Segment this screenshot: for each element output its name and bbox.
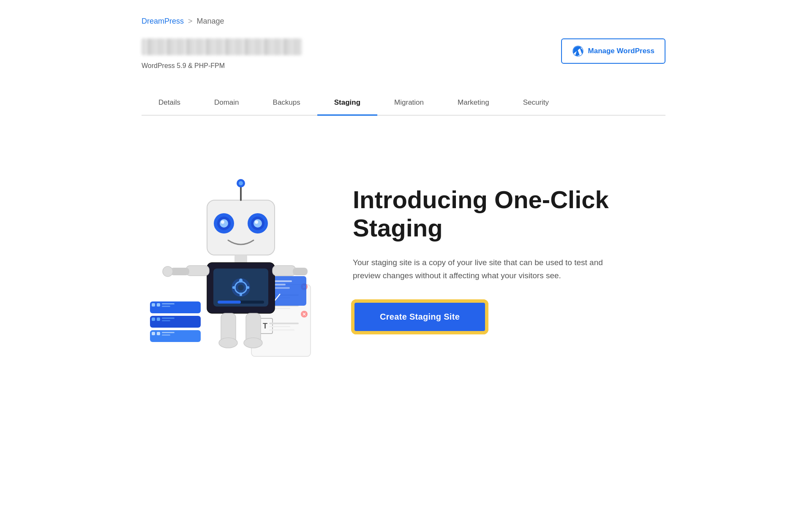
svg-rect-9: [157, 318, 160, 321]
svg-rect-5: [162, 303, 174, 304]
header-section: WordPress 5.9 & PHP-FPM Manage WordPress: [142, 38, 665, 70]
svg-rect-8: [152, 318, 155, 321]
tab-domain[interactable]: Domain: [197, 91, 256, 116]
site-info: WordPress 5.9 & PHP-FPM: [142, 38, 302, 70]
svg-point-67: [163, 266, 173, 277]
tab-backups[interactable]: Backups: [256, 91, 317, 116]
svg-rect-51: [234, 255, 247, 263]
svg-rect-10: [162, 318, 174, 319]
site-domain-blurred: [142, 38, 302, 55]
svg-rect-15: [162, 332, 174, 333]
svg-rect-65: [186, 266, 209, 276]
staging-content: Introducing One-Click Staging Your stagi…: [353, 186, 615, 332]
svg-text:T: T: [263, 322, 267, 330]
manage-wordpress-label: Manage WordPress: [588, 47, 654, 55]
svg-rect-57: [240, 293, 242, 296]
tab-migration[interactable]: Migration: [377, 91, 441, 116]
svg-rect-26: [269, 323, 299, 324]
breadcrumb: DreamPress > Manage: [142, 17, 665, 26]
svg-rect-68: [273, 266, 296, 276]
svg-rect-58: [232, 286, 236, 289]
svg-rect-11: [162, 320, 170, 321]
tab-security[interactable]: Security: [506, 91, 566, 116]
site-tech-label: WordPress 5.9 & PHP-FPM: [142, 62, 302, 70]
svg-point-62: [238, 285, 244, 290]
manage-wordpress-button[interactable]: Manage WordPress: [561, 38, 665, 64]
tab-details[interactable]: Details: [142, 91, 197, 116]
svg-point-44: [220, 219, 228, 228]
robot-illustration: T: [142, 158, 319, 361]
breadcrumb-dreampress-link[interactable]: DreamPress: [142, 17, 184, 26]
svg-point-47: [255, 220, 258, 224]
staging-title: Introducing One-Click Staging: [353, 186, 615, 242]
breadcrumb-manage: Manage: [197, 17, 224, 26]
tab-marketing[interactable]: Marketing: [441, 91, 506, 116]
svg-rect-14: [157, 332, 160, 335]
svg-rect-69: [293, 268, 308, 275]
svg-point-46: [221, 220, 224, 224]
breadcrumb-separator: >: [188, 17, 193, 26]
svg-rect-64: [218, 301, 241, 304]
main-content: T: [142, 141, 665, 377]
tabs-container: Details Domain Backups Staging Migration…: [142, 91, 665, 116]
wordpress-icon: [572, 45, 584, 57]
create-staging-button[interactable]: Create Staging Site: [353, 301, 487, 333]
svg-rect-4: [157, 303, 160, 307]
svg-rect-16: [162, 334, 170, 336]
svg-point-73: [244, 338, 262, 348]
robot-svg: T: [142, 158, 319, 361]
svg-rect-6: [162, 306, 170, 307]
staging-description: Your staging site is a copy of your live…: [353, 256, 615, 282]
svg-rect-28: [269, 329, 294, 331]
svg-rect-3: [152, 303, 155, 307]
tabs-list: Details Domain Backups Staging Migration…: [142, 91, 665, 115]
tab-staging[interactable]: Staging: [317, 91, 377, 116]
svg-rect-59: [246, 286, 249, 289]
svg-point-50: [239, 181, 243, 185]
svg-point-45: [254, 219, 262, 228]
svg-point-72: [219, 338, 237, 348]
svg-rect-13: [152, 332, 155, 335]
svg-rect-27: [269, 326, 290, 327]
